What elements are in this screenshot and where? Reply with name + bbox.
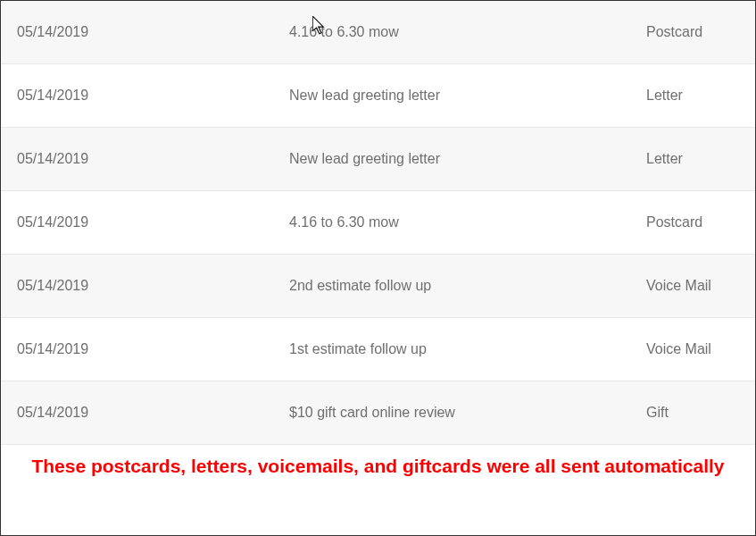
table-container: 05/14/2019 4.16 to 6.30 mow Postcard 05/… bbox=[1, 1, 755, 485]
table-row[interactable]: 05/14/2019 1st estimate follow up Voice … bbox=[1, 318, 755, 381]
caption-text: These postcards, letters, voicemails, an… bbox=[1, 445, 755, 485]
cell-type: Gift bbox=[646, 405, 739, 421]
table-row[interactable]: 05/14/2019 New lead greeting letter Lett… bbox=[1, 128, 755, 191]
cell-description: 4.16 to 6.30 mow bbox=[289, 214, 646, 230]
activity-table: 05/14/2019 4.16 to 6.30 mow Postcard 05/… bbox=[1, 1, 755, 445]
cell-date: 05/14/2019 bbox=[17, 341, 289, 357]
cell-type: Voice Mail bbox=[646, 278, 739, 294]
cell-date: 05/14/2019 bbox=[17, 151, 289, 167]
cell-type: Letter bbox=[646, 88, 739, 104]
cell-date: 05/14/2019 bbox=[17, 214, 289, 230]
table-row[interactable]: 05/14/2019 4.16 to 6.30 mow Postcard bbox=[1, 1, 755, 64]
table-row[interactable]: 05/14/2019 2nd estimate follow up Voice … bbox=[1, 255, 755, 318]
cell-description: 1st estimate follow up bbox=[289, 341, 646, 357]
table-row[interactable]: 05/14/2019 New lead greeting letter Lett… bbox=[1, 64, 755, 128]
cell-type: Postcard bbox=[646, 24, 739, 40]
cell-description: $10 gift card online review bbox=[289, 405, 646, 421]
cell-type: Letter bbox=[646, 151, 739, 167]
cell-description: New lead greeting letter bbox=[289, 88, 646, 104]
table-row[interactable]: 05/14/2019 4.16 to 6.30 mow Postcard bbox=[1, 191, 755, 255]
cell-date: 05/14/2019 bbox=[17, 24, 289, 40]
cell-date: 05/14/2019 bbox=[17, 278, 289, 294]
cell-type: Voice Mail bbox=[646, 341, 739, 357]
cell-date: 05/14/2019 bbox=[17, 88, 289, 104]
cell-type: Postcard bbox=[646, 214, 739, 230]
table-row[interactable]: 05/14/2019 $10 gift card online review G… bbox=[1, 381, 755, 445]
cell-description: 4.16 to 6.30 mow bbox=[289, 24, 646, 40]
cell-description: 2nd estimate follow up bbox=[289, 278, 646, 294]
cell-date: 05/14/2019 bbox=[17, 405, 289, 421]
cell-description: New lead greeting letter bbox=[289, 151, 646, 167]
